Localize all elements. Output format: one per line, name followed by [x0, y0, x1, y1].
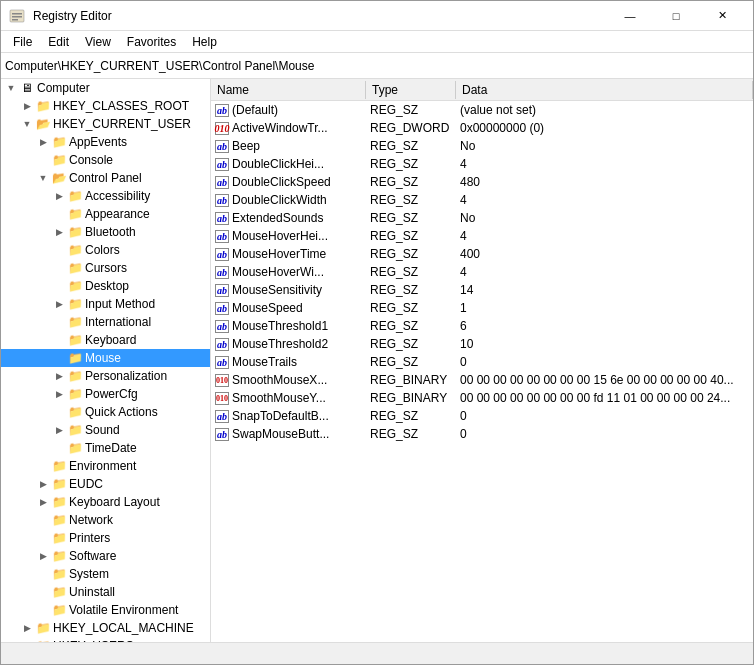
registry-row-4[interactable]: ab DoubleClickSpeed REG_SZ 480 — [211, 173, 753, 191]
tree-item-eudc[interactable]: ▶ 📁 EUDC — [1, 475, 210, 493]
reg-name-14: MouseTrails — [232, 355, 297, 369]
tree-item-system[interactable]: ▶ 📁 System — [1, 565, 210, 583]
tree-item-controlpanel[interactable]: ▼ 📂 Control Panel — [1, 169, 210, 187]
close-button[interactable]: ✕ — [699, 1, 745, 31]
tree-item-accessibility[interactable]: ▶ 📁 Accessibility — [1, 187, 210, 205]
registry-row-15[interactable]: 010 SmoothMouseX... REG_BINARY 00 00 00 … — [211, 371, 753, 389]
tree-item-network[interactable]: ▶ 📁 Network — [1, 511, 210, 529]
expand-hkcu[interactable]: ▼ — [19, 116, 35, 132]
menu-file[interactable]: File — [5, 33, 40, 51]
reg-data-3: 4 — [456, 156, 753, 172]
tree-item-hkcu[interactable]: ▼ 📂 HKEY_CURRENT_USER — [1, 115, 210, 133]
column-header: Name Type Data — [211, 79, 753, 101]
tree-item-keyboard[interactable]: ▶ 📁 Keyboard — [1, 331, 210, 349]
registry-row-16[interactable]: 010 SmoothMouseY... REG_BINARY 00 00 00 … — [211, 389, 753, 407]
window-title: Registry Editor — [33, 9, 112, 23]
tree-item-printers[interactable]: ▶ 📁 Printers — [1, 529, 210, 547]
expand-inputmethod[interactable]: ▶ — [51, 296, 67, 312]
registry-row-9[interactable]: ab MouseHoverWi... REG_SZ 4 — [211, 263, 753, 281]
detail-pane: Name Type Data ab (Default) REG_SZ (valu… — [211, 79, 753, 642]
tree-label-printers: Printers — [69, 531, 110, 545]
expand-powercfg[interactable]: ▶ — [51, 386, 67, 402]
registry-row-18[interactable]: ab SwapMouseButt... REG_SZ 0 — [211, 425, 753, 443]
tree-item-keyboardlayout[interactable]: ▶ 📁 Keyboard Layout — [1, 493, 210, 511]
registry-row-10[interactable]: ab MouseSensitivity REG_SZ 14 — [211, 281, 753, 299]
reg-type-15: REG_BINARY — [366, 372, 456, 388]
registry-row-14[interactable]: ab MouseTrails REG_SZ 0 — [211, 353, 753, 371]
tree-item-international[interactable]: ▶ 📁 International — [1, 313, 210, 331]
tree-item-environment[interactable]: ▶ 📁 Environment — [1, 457, 210, 475]
expand-computer[interactable]: ▼ — [3, 80, 19, 96]
tree-item-cursors[interactable]: ▶ 📁 Cursors — [1, 259, 210, 277]
menu-view[interactable]: View — [77, 33, 119, 51]
registry-row-12[interactable]: ab MouseThreshold1 REG_SZ 6 — [211, 317, 753, 335]
reg-data-7: 4 — [456, 228, 753, 244]
expand-personalization[interactable]: ▶ — [51, 368, 67, 384]
tree-item-colors[interactable]: ▶ 📁 Colors — [1, 241, 210, 259]
expand-keyboardlayout[interactable]: ▶ — [35, 494, 51, 510]
minimize-button[interactable]: — — [607, 1, 653, 31]
tree-item-bluetooth[interactable]: ▶ 📁 Bluetooth — [1, 223, 210, 241]
registry-row-3[interactable]: ab DoubleClickHei... REG_SZ 4 — [211, 155, 753, 173]
folder-icon-appevents: 📁 — [51, 135, 67, 149]
reg-data-2: No — [456, 138, 753, 154]
reg-type-8: REG_SZ — [366, 246, 456, 262]
expand-controlpanel[interactable]: ▼ — [35, 170, 51, 186]
tree-item-console[interactable]: ▶ 📁 Console — [1, 151, 210, 169]
folder-icon-accessibility: 📁 — [67, 189, 83, 203]
tree-item-software[interactable]: ▶ 📁 Software — [1, 547, 210, 565]
tree-item-quickactions[interactable]: ▶ 📁 Quick Actions — [1, 403, 210, 421]
expand-hkcr[interactable]: ▶ — [19, 98, 35, 114]
menu-bar: File Edit View Favorites Help — [1, 31, 753, 53]
tree-label-network: Network — [69, 513, 113, 527]
expand-appevents[interactable]: ▶ — [35, 134, 51, 150]
reg-type-0: REG_SZ — [366, 102, 456, 118]
tree-item-computer[interactable]: ▼ 🖥 Computer — [1, 79, 210, 97]
tree-label-hkcr: HKEY_CLASSES_ROOT — [53, 99, 189, 113]
reg-name-7: MouseHoverHei... — [232, 229, 328, 243]
expand-bluetooth[interactable]: ▶ — [51, 224, 67, 240]
tree-item-sound[interactable]: ▶ 📁 Sound — [1, 421, 210, 439]
expand-hklm[interactable]: ▶ — [19, 620, 35, 636]
tree-item-timedate[interactable]: ▶ 📁 TimeDate — [1, 439, 210, 457]
tree-label-appevents: AppEvents — [69, 135, 127, 149]
folder-icon-keyboardlayout: 📁 — [51, 495, 67, 509]
tree-item-volatileenv[interactable]: ▶ 📁 Volatile Environment — [1, 601, 210, 619]
registry-row-6[interactable]: ab ExtendedSounds REG_SZ No — [211, 209, 753, 227]
expand-software[interactable]: ▶ — [35, 548, 51, 564]
tree-item-inputmethod[interactable]: ▶ 📁 Input Method — [1, 295, 210, 313]
registry-row-1[interactable]: 010 ActiveWindowTr... REG_DWORD 0x000000… — [211, 119, 753, 137]
reg-data-1: 0x00000000 (0) — [456, 120, 753, 136]
registry-row-17[interactable]: ab SnapToDefaultB... REG_SZ 0 — [211, 407, 753, 425]
tree-item-mouse[interactable]: ▶ 📁 Mouse — [1, 349, 210, 367]
title-controls: — □ ✕ — [607, 1, 745, 31]
maximize-button[interactable]: □ — [653, 1, 699, 31]
registry-row-8[interactable]: ab MouseHoverTime REG_SZ 400 — [211, 245, 753, 263]
registry-row-2[interactable]: ab Beep REG_SZ No — [211, 137, 753, 155]
registry-row-7[interactable]: ab MouseHoverHei... REG_SZ 4 — [211, 227, 753, 245]
reg-name-10: MouseSensitivity — [232, 283, 322, 297]
tree-label-keyboardlayout: Keyboard Layout — [69, 495, 160, 509]
tree-label-mouse: Mouse — [85, 351, 121, 365]
tree-pane[interactable]: ▼ 🖥 Computer ▶ 📁 HKEY_CLASSES_ROOT ▼ 📂 H… — [1, 79, 211, 642]
menu-help[interactable]: Help — [184, 33, 225, 51]
menu-favorites[interactable]: Favorites — [119, 33, 184, 51]
tree-item-uninstall[interactable]: ▶ 📁 Uninstall — [1, 583, 210, 601]
tree-item-appearance[interactable]: ▶ 📁 Appearance — [1, 205, 210, 223]
tree-item-powercfg[interactable]: ▶ 📁 PowerCfg — [1, 385, 210, 403]
tree-label-colors: Colors — [85, 243, 120, 257]
expand-eudc[interactable]: ▶ — [35, 476, 51, 492]
registry-row-5[interactable]: ab DoubleClickWidth REG_SZ 4 — [211, 191, 753, 209]
tree-item-personalization[interactable]: ▶ 📁 Personalization — [1, 367, 210, 385]
tree-item-hklm[interactable]: ▶ 📁 HKEY_LOCAL_MACHINE — [1, 619, 210, 637]
tree-item-desktop[interactable]: ▶ 📁 Desktop — [1, 277, 210, 295]
expand-sound[interactable]: ▶ — [51, 422, 67, 438]
tree-item-appevents[interactable]: ▶ 📁 AppEvents — [1, 133, 210, 151]
menu-edit[interactable]: Edit — [40, 33, 77, 51]
tree-label-software: Software — [69, 549, 116, 563]
registry-row-0[interactable]: ab (Default) REG_SZ (value not set) — [211, 101, 753, 119]
tree-item-hkcr[interactable]: ▶ 📁 HKEY_CLASSES_ROOT — [1, 97, 210, 115]
expand-accessibility[interactable]: ▶ — [51, 188, 67, 204]
registry-row-13[interactable]: ab MouseThreshold2 REG_SZ 10 — [211, 335, 753, 353]
registry-row-11[interactable]: ab MouseSpeed REG_SZ 1 — [211, 299, 753, 317]
